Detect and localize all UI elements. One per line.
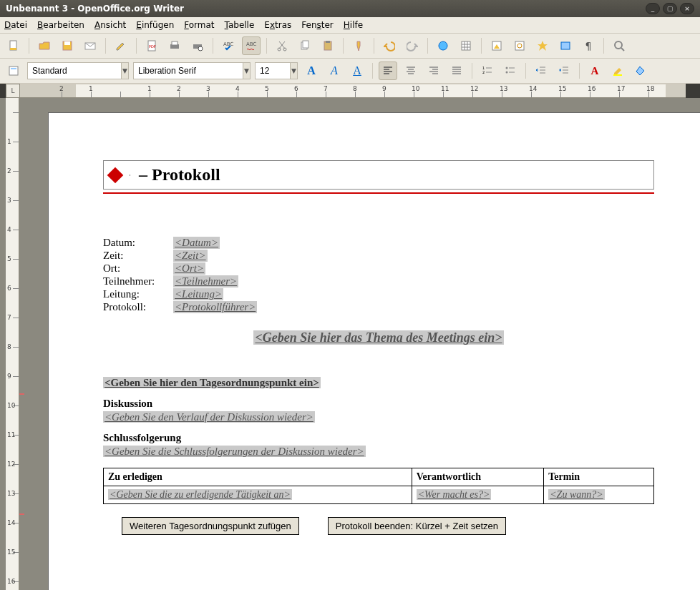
font-size-dropdown[interactable]: ▼ xyxy=(255,62,298,79)
bold-button[interactable]: A xyxy=(302,62,321,80)
document-title[interactable]: – Protokoll xyxy=(139,165,220,185)
bullet-list-button[interactable] xyxy=(501,62,520,80)
placeholder-field[interactable]: <Zeit> xyxy=(173,250,208,262)
paragraph-style-input[interactable] xyxy=(28,64,121,78)
diamond-icon xyxy=(107,167,124,183)
format-paintbrush-button[interactable] xyxy=(349,36,368,55)
svg-rect-27 xyxy=(9,67,18,75)
chevron-down-icon[interactable]: ▼ xyxy=(121,63,128,79)
placeholder-field[interactable]: <Ort> xyxy=(173,262,205,275)
underline-button[interactable]: A xyxy=(348,62,366,80)
gallery-button[interactable] xyxy=(556,36,575,55)
font-size-input[interactable] xyxy=(256,64,290,78)
ruler-vertical[interactable]: 12345678910111213141516 xyxy=(6,98,19,590)
title-frame[interactable]: – Protokoll xyxy=(103,160,654,190)
menu-view[interactable]: Ansicht xyxy=(94,20,126,30)
numbered-list-button[interactable]: 12 xyxy=(478,62,497,80)
table-cell[interactable]: <Geben Sie die zu erledigende Tätigkeit … xyxy=(104,486,412,504)
document-canvas[interactable]: – Protokoll Datum:<Datum> Zeit:<Zeit> Or… xyxy=(19,98,700,590)
add-agenda-button[interactable]: Weiteren Tagesordnungspunkt zufügen xyxy=(122,517,299,535)
placeholder-field[interactable]: <Teilnehmer> xyxy=(173,275,238,287)
cut-button[interactable] xyxy=(273,36,291,55)
print-preview-button[interactable] xyxy=(188,36,207,55)
svg-rect-1 xyxy=(10,48,16,50)
section-heading[interactable]: Diskussion xyxy=(103,398,654,410)
placeholder-field[interactable]: <Geben Sie den Verlauf der Diskussion wi… xyxy=(103,411,315,423)
agenda-block[interactable]: <Geben Sie hier den Tagesordnungspunkt e… xyxy=(103,377,654,535)
placeholder-field[interactable]: <Wer macht es?> xyxy=(417,489,492,500)
email-button[interactable] xyxy=(81,36,99,55)
change-mark-icon xyxy=(19,393,24,395)
nonprinting-button[interactable]: ¶ xyxy=(579,36,598,55)
svg-rect-8 xyxy=(172,41,178,45)
document-page[interactable]: – Protokoll Datum:<Datum> Zeit:<Zeit> Or… xyxy=(48,112,700,590)
navigator-button[interactable] xyxy=(533,36,552,55)
font-name-dropdown[interactable]: ▼ xyxy=(133,62,251,79)
chevron-down-icon[interactable]: ▼ xyxy=(290,63,297,79)
meta-label: Leitung: xyxy=(103,288,167,300)
menu-file[interactable]: Datei xyxy=(4,20,27,30)
redo-button[interactable] xyxy=(403,36,422,55)
new-document-button[interactable] xyxy=(4,36,23,55)
open-button[interactable] xyxy=(35,36,54,55)
finish-protocol-button[interactable]: Protokoll beenden: Kürzel + Zeit setzen xyxy=(328,517,506,535)
spellcheck-button[interactable]: ABC xyxy=(219,36,238,55)
table-header[interactable]: Termin xyxy=(544,468,654,486)
placeholder-field[interactable]: <Datum> xyxy=(173,237,220,249)
placeholder-field[interactable]: <Zu wann?> xyxy=(548,489,605,500)
undo-button[interactable] xyxy=(380,36,399,55)
table-header[interactable]: Verantwortlich xyxy=(412,468,544,486)
menu-edit[interactable]: Bearbeiten xyxy=(37,20,84,30)
placeholder-field[interactable]: <Protokollführer> xyxy=(173,301,257,313)
window-close-button[interactable]: × xyxy=(680,3,694,14)
section-heading[interactable]: Schlussfolgerung xyxy=(103,432,654,444)
align-center-button[interactable] xyxy=(402,62,420,80)
table-header[interactable]: Zu erledigen xyxy=(104,468,412,486)
align-left-button[interactable] xyxy=(379,62,397,80)
todo-table[interactable]: Zu erledigen Verantwortlich Termin <Gebe… xyxy=(103,468,654,504)
meta-block[interactable]: Datum:<Datum> Zeit:<Zeit> Ort:<Ort> Teil… xyxy=(103,237,654,313)
copy-button[interactable] xyxy=(296,36,314,55)
increase-indent-button[interactable] xyxy=(555,62,573,80)
align-justify-button[interactable] xyxy=(447,62,466,80)
window-maximize-button[interactable]: ▢ xyxy=(663,3,677,14)
export-pdf-button[interactable]: PDF xyxy=(142,36,161,55)
autospellcheck-button[interactable]: ABC xyxy=(242,36,261,55)
hyperlink-button[interactable] xyxy=(434,36,452,55)
print-button[interactable] xyxy=(165,36,184,55)
paragraph-style-dropdown[interactable]: ▼ xyxy=(27,62,129,79)
edit-button[interactable] xyxy=(112,36,130,55)
menu-format[interactable]: Format xyxy=(184,20,214,30)
menu-window[interactable]: Fenster xyxy=(301,20,334,30)
font-color-button[interactable]: A xyxy=(585,62,604,80)
show-draw-button[interactable] xyxy=(487,36,506,55)
menu-extras[interactable]: Extras xyxy=(264,20,291,30)
placeholder-field[interactable]: <Geben Sie hier das Thema des Meetings e… xyxy=(253,330,503,345)
italic-button[interactable]: A xyxy=(325,62,344,80)
svg-point-26 xyxy=(615,41,622,49)
paste-button[interactable] xyxy=(319,36,337,55)
save-button[interactable] xyxy=(58,36,77,55)
align-right-button[interactable] xyxy=(424,62,443,80)
background-color-button[interactable] xyxy=(631,62,650,80)
placeholder-field[interactable]: <Geben Sie die zu erledigende Tätigkeit … xyxy=(108,489,292,500)
menu-insert[interactable]: Einfügen xyxy=(136,20,174,30)
styles-button[interactable] xyxy=(4,62,23,80)
chevron-down-icon[interactable]: ▼ xyxy=(243,63,250,79)
table-cell[interactable]: <Zu wann?> xyxy=(544,486,654,504)
highlight-button[interactable] xyxy=(608,62,627,80)
menu-table[interactable]: Tabelle xyxy=(225,20,255,30)
table-button[interactable] xyxy=(457,36,475,55)
placeholder-field[interactable]: <Geben Sie die Schlussfolgerungen der Di… xyxy=(103,446,366,457)
font-name-input[interactable] xyxy=(134,64,243,78)
find-replace-button[interactable] xyxy=(510,36,529,55)
theme-line[interactable]: <Geben Sie hier das Thema des Meetings e… xyxy=(103,330,654,345)
placeholder-field[interactable]: <Leitung> xyxy=(173,288,223,300)
table-cell[interactable]: <Wer macht es?> xyxy=(412,486,544,504)
zoom-button[interactable] xyxy=(610,36,628,55)
menu-help[interactable]: Hilfe xyxy=(344,20,363,30)
ruler-horizontal[interactable]: 21123456789101112131415161718 xyxy=(20,84,686,98)
decrease-indent-button[interactable] xyxy=(532,62,550,80)
placeholder-field[interactable]: <Geben Sie hier den Tagesordnungspunkt e… xyxy=(103,377,321,388)
window-minimize-button[interactable]: _ xyxy=(646,3,660,14)
